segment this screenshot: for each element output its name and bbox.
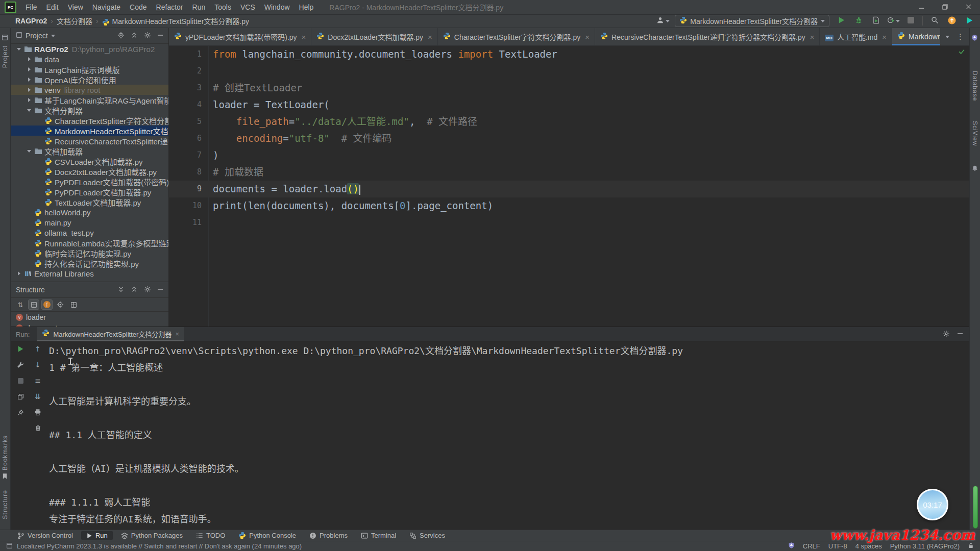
- inspection-ok-icon[interactable]: [958, 48, 965, 57]
- editor-tab[interactable]: RecursiveCharacterTextSplitter递归字符拆分器文档分…: [595, 28, 820, 45]
- show-functions-icon[interactable]: f: [41, 299, 53, 310]
- arrow-down-icon[interactable]: ↓: [33, 360, 42, 369]
- minimize-panel-icon[interactable]: [957, 330, 963, 339]
- search-everywhere-icon[interactable]: [929, 15, 940, 27]
- chevron-right-icon[interactable]: [28, 57, 31, 61]
- gear-icon[interactable]: [943, 330, 950, 339]
- tree-item[interactable]: PyPDFLoader文档加载器.py: [11, 187, 168, 197]
- tree-item[interactable]: LangChain提示词模版: [11, 64, 168, 74]
- tab-options-icon[interactable]: ⋮: [957, 32, 964, 41]
- bookmark-icon[interactable]: [2, 473, 8, 481]
- trash-icon[interactable]: [33, 423, 42, 433]
- close-icon[interactable]: ×: [810, 33, 815, 41]
- menu-edit[interactable]: Edit: [42, 3, 63, 11]
- chevron-down-icon[interactable]: [27, 109, 31, 112]
- tree-item[interactable]: CSVLoader文档加载器.py: [11, 156, 168, 166]
- hide-panel-icon[interactable]: [157, 286, 163, 294]
- status-message[interactable]: Localized PyCharm 2023.1.3 is available …: [17, 542, 302, 550]
- project-tool-icon[interactable]: [2, 34, 8, 42]
- toolwindow-button-services[interactable]: Services: [404, 531, 450, 540]
- tree-item[interactable]: 文档分割器: [11, 105, 168, 115]
- coverage-button[interactable]: [870, 15, 881, 27]
- menu-tools[interactable]: Tools: [210, 3, 236, 11]
- encoding-indicator[interactable]: UTF-8: [828, 542, 847, 550]
- indent-indicator[interactable]: 4 spaces: [855, 542, 882, 550]
- wrench-icon[interactable]: [16, 360, 25, 369]
- menu-vcs[interactable]: VCS: [236, 3, 260, 11]
- chevron-down-icon[interactable]: [17, 48, 21, 51]
- toolwindow-button-terminal[interactable]: Terminal: [356, 531, 401, 540]
- menu-navigate[interactable]: Navigate: [88, 3, 125, 11]
- printer-icon[interactable]: [33, 408, 42, 417]
- close-icon[interactable]: ×: [882, 33, 887, 41]
- sidebar-item-project[interactable]: Project: [2, 45, 9, 68]
- tree-item[interactable]: 临时会话记忆功能实现.py: [11, 248, 168, 258]
- editor-tab[interactable]: yPDFLoader文档加载器(带密码).py×: [169, 28, 311, 45]
- tree-item[interactable]: 基于LangChain实现RAG与Agent智能体开发: [11, 95, 168, 105]
- profiler-button[interactable]: [888, 15, 899, 27]
- chevron-right-icon[interactable]: [28, 67, 31, 71]
- chevron-down-icon[interactable]: [27, 150, 31, 153]
- tree-item[interactable]: RecursiveCharacterTextSplitter递归字符拆分器文档分…: [11, 136, 168, 146]
- scroll-end-icon[interactable]: ⇊: [33, 392, 42, 401]
- structure-panel-title[interactable]: Structure: [16, 286, 45, 294]
- code-editor[interactable]: 1from langchain_community.document_loade…: [169, 46, 969, 327]
- editor-tab[interactable]: MD人工智能.md×: [820, 28, 892, 45]
- stop-button[interactable]: [905, 15, 916, 27]
- collapse-all-icon[interactable]: [131, 286, 138, 294]
- tree-item[interactable]: helloWorld.py: [11, 207, 168, 217]
- close-icon[interactable]: ×: [428, 33, 432, 41]
- tree-item[interactable]: OpenAI库介绍和使用: [11, 74, 168, 85]
- rerun-play-icon[interactable]: [16, 344, 25, 354]
- interpreter-indicator[interactable]: Python 3.11 (RAGPro2): [890, 542, 960, 550]
- sidebar-item-sciview[interactable]: SciView: [971, 121, 978, 146]
- shield-icon[interactable]: [971, 34, 978, 43]
- tree-item[interactable]: CharacterTextSplitter字符文档分割器.py: [11, 115, 168, 126]
- menu-window[interactable]: Window: [260, 3, 295, 11]
- ide-promo-icon[interactable]: [964, 15, 975, 27]
- tree-item[interactable]: venvlibrary root: [11, 85, 168, 95]
- maximize-button[interactable]: [933, 0, 957, 14]
- breadcrumb-item[interactable]: 文档分割器: [57, 16, 92, 26]
- tree-item[interactable]: RAGPro2D:\python_pro\RAGPro2: [11, 44, 168, 54]
- run-button[interactable]: [836, 15, 847, 27]
- tree-item[interactable]: Docx2txtLoader文档加载器.py: [11, 166, 168, 177]
- toolwindow-button-version-control[interactable]: Version Control: [12, 531, 78, 540]
- tree-item[interactable]: RunnableLambda实现复杂多模型链路调用.py: [11, 238, 168, 248]
- toolwindow-button-python-console[interactable]: Python Console: [233, 531, 301, 540]
- chevron-right-icon[interactable]: [18, 271, 20, 276]
- breadcrumb-item[interactable]: RAGPro2: [15, 17, 47, 25]
- gear-icon[interactable]: [144, 32, 151, 40]
- close-icon[interactable]: ×: [585, 33, 590, 41]
- breadcrumb-item[interactable]: MarkdownHeaderTextSplitter文档分割器.py: [102, 16, 249, 26]
- run-console-output[interactable]: D:\python_pro\RAGPro2\venv\Scripts\pytho…: [49, 342, 962, 528]
- chevron-right-icon[interactable]: [28, 88, 31, 92]
- select-opened-file-icon[interactable]: [117, 32, 125, 40]
- unlock-icon[interactable]: [968, 542, 974, 550]
- toolwindow-button-problems[interactable]: Problems: [304, 531, 353, 540]
- tree-item[interactable]: main.py: [11, 217, 168, 228]
- editor-tab[interactable]: Docx2txtLoader文档加载器.py×: [311, 28, 438, 45]
- collapse-all-icon[interactable]: [131, 32, 138, 40]
- scrollbar-thumb[interactable]: [973, 486, 978, 529]
- tree-item[interactable]: ollama_test.py: [11, 228, 168, 238]
- close-button[interactable]: [957, 0, 980, 14]
- filter-icon[interactable]: [68, 299, 79, 310]
- menu-file[interactable]: File: [21, 3, 42, 11]
- tree-item[interactable]: PyPDFLoader文档加载器(带密码).py: [11, 177, 168, 187]
- hide-panel-icon[interactable]: [157, 32, 163, 40]
- menu-view[interactable]: View: [63, 3, 88, 11]
- close-icon[interactable]: ×: [302, 33, 306, 41]
- menu-help[interactable]: Help: [295, 3, 318, 11]
- restore-layout-icon[interactable]: [16, 392, 25, 401]
- soft-wrap-icon[interactable]: ≡: [33, 376, 42, 385]
- run-tab[interactable]: MarkdownHeaderTextSplitter文档分割器 ×: [37, 327, 184, 341]
- toolwindow-button-todo[interactable]: TODO: [191, 531, 230, 540]
- expand-all-icon[interactable]: [117, 286, 125, 294]
- sidebar-item-structure[interactable]: Structure: [2, 490, 9, 519]
- toolwindow-button-python-packages[interactable]: Python Packages: [116, 531, 188, 540]
- chevron-right-icon[interactable]: [28, 78, 31, 82]
- notifications-bell-icon[interactable]: [971, 165, 978, 173]
- shield-icon[interactable]: [788, 542, 795, 550]
- pin-icon[interactable]: [16, 408, 25, 417]
